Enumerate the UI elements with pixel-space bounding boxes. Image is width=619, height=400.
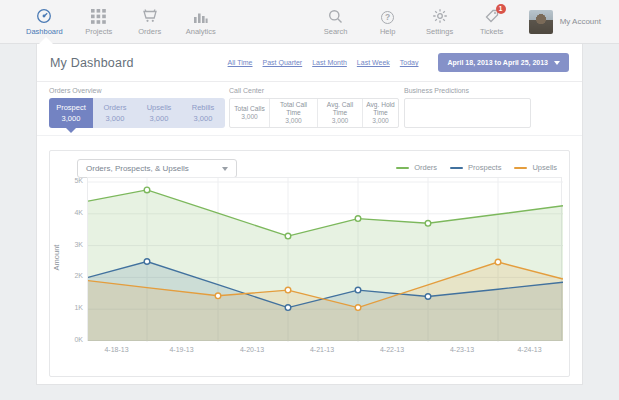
stat-avg-hold-time: Avg. Hold Time 3,000: [363, 99, 398, 127]
legend-label: Upsells: [532, 163, 557, 172]
stat-avg-call-time: Avg. Call Time 3,000: [318, 99, 363, 127]
widgets-row: Orders Overview Prospect 3,000 Orders 3,…: [37, 82, 582, 136]
account-menu[interactable]: My Account: [529, 10, 601, 34]
nav-item-orders[interactable]: Orders: [135, 8, 165, 36]
stat-value: 3,000: [372, 117, 389, 125]
legend-swatch-prospects: [450, 167, 463, 169]
plot-area: [87, 177, 562, 341]
legend-item-upsells: Upsells: [514, 163, 557, 172]
tab-name: Orders: [104, 103, 127, 112]
stat-value: 3,000: [332, 117, 349, 125]
date-filters: All Time Past Quarter Last Month Last We…: [228, 53, 569, 72]
stat-name: Avg. Hold Time: [365, 101, 396, 117]
filter-today[interactable]: Today: [400, 59, 419, 66]
content-panel: My Dashboard All Time Past Quarter Last …: [36, 44, 583, 385]
call-center-stats: Total Calls 3,000 Total Call Time 3,000 …: [229, 98, 399, 128]
filter-last-month[interactable]: Last Month: [312, 59, 347, 66]
chevron-down-icon: [554, 61, 560, 65]
active-tab-arrow: [66, 128, 76, 133]
tab-value: 3,000: [62, 114, 81, 123]
nav-item-label: Help: [380, 27, 395, 36]
page-title: My Dashboard: [50, 56, 134, 70]
nav-right-group: Search ? Help Settings 1: [321, 8, 601, 36]
y-tick-label: 1K: [61, 304, 83, 311]
legend-swatch-upsells: [514, 167, 527, 169]
widget-label: Call Center: [229, 87, 399, 94]
nav-item-label: Dashboard: [26, 27, 63, 36]
chart-legend: Orders Prospects Upsells: [396, 163, 557, 172]
tab-name: Rebills: [192, 103, 215, 112]
tickets-badge: 1: [496, 4, 506, 14]
gauge-icon: [36, 8, 52, 24]
legend-swatch-orders: [396, 167, 409, 169]
stat-name: Avg. Call Time: [320, 101, 360, 117]
active-nav-notch: [39, 37, 53, 44]
x-tick-label: 4-22-13: [367, 346, 417, 353]
nav-left-group: Dashboard Projects Orders: [26, 8, 216, 36]
orders-overview-tabs: Prospect 3,000 Orders 3,000 Upsells 3,00…: [49, 98, 225, 128]
orders-overview-widget: Orders Overview Prospect 3,000 Orders 3,…: [49, 87, 225, 128]
nav-item-dashboard[interactable]: Dashboard: [26, 8, 63, 36]
cart-icon: [142, 8, 158, 24]
nav-item-help[interactable]: ? Help: [373, 8, 403, 36]
tab-orders[interactable]: Orders 3,000: [93, 98, 137, 128]
nav-item-label: Projects: [85, 27, 112, 36]
top-nav: Dashboard Projects Orders: [0, 0, 619, 44]
stat-value: 3,000: [241, 113, 258, 121]
tab-rebills[interactable]: Rebills 3,000: [181, 98, 225, 128]
nav-item-settings[interactable]: Settings: [425, 8, 455, 36]
nav-item-label: Settings: [426, 27, 453, 36]
area-chart: [88, 178, 563, 342]
chart-card: Orders, Prospects, & Upsells Orders Pros…: [49, 150, 570, 377]
filter-last-week[interactable]: Last Week: [357, 59, 390, 66]
nav-item-analytics[interactable]: Analytics: [186, 8, 216, 36]
dashboard-header: My Dashboard All Time Past Quarter Last …: [37, 44, 582, 82]
stat-value: 3,000: [285, 117, 302, 125]
stat-name: Total Calls: [234, 105, 264, 113]
nav-item-label: Search: [324, 27, 348, 36]
legend-item-prospects: Prospects: [450, 163, 501, 172]
business-predictions-widget: Business Predictions: [404, 87, 531, 128]
nav-item-label: Orders: [138, 27, 161, 36]
x-tick-label: 4-18-13: [92, 346, 142, 353]
filter-past-quarter[interactable]: Past Quarter: [263, 59, 303, 66]
date-range-button[interactable]: April 18, 2013 to April 25, 2013: [438, 53, 569, 72]
y-tick-label: 5K: [61, 177, 83, 184]
legend-label: Prospects: [468, 163, 501, 172]
avatar: [529, 10, 553, 34]
account-label: My Account: [560, 17, 601, 26]
y-tick-label: 2K: [61, 272, 83, 279]
x-tick-label: 4-19-13: [157, 346, 207, 353]
help-icon: ?: [381, 8, 394, 24]
grid-icon: [91, 8, 106, 24]
tab-value: 3,000: [194, 114, 213, 123]
nav-item-tickets[interactable]: 1 Tickets: [477, 8, 507, 36]
call-center-widget: Call Center Total Calls 3,000 Total Call…: [229, 87, 399, 128]
nav-item-label: Analytics: [186, 27, 216, 36]
stat-total-call-time: Total Call Time 3,000: [270, 99, 318, 127]
nav-item-projects[interactable]: Projects: [84, 8, 114, 36]
search-icon: [328, 8, 343, 24]
series-select-label: Orders, Prospects, & Upsells: [86, 164, 189, 173]
legend-label: Orders: [414, 163, 437, 172]
tab-prospect[interactable]: Prospect 3,000: [49, 98, 93, 128]
nav-item-search[interactable]: Search: [321, 8, 351, 36]
nav-item-label: Tickets: [480, 27, 503, 36]
y-tick-label: 4K: [61, 209, 83, 216]
series-select-dropdown[interactable]: Orders, Prospects, & Upsells: [77, 159, 237, 178]
business-predictions-box: [404, 98, 531, 128]
tab-name: Upsells: [147, 103, 172, 112]
x-tick-label: 4-23-13: [437, 346, 487, 353]
legend-item-orders: Orders: [396, 163, 437, 172]
tab-value: 3,000: [106, 114, 125, 123]
x-tick-label: 4-20-13: [227, 346, 277, 353]
date-range-label: April 18, 2013 to April 25, 2013: [447, 59, 548, 66]
stat-name: Total Call Time: [272, 101, 315, 117]
tab-upsells[interactable]: Upsells 3,000: [137, 98, 181, 128]
y-axis-title: Amount: [52, 238, 61, 278]
ticket-icon: 1: [484, 8, 500, 24]
tab-name: Prospect: [56, 103, 86, 112]
chevron-down-icon: [222, 167, 228, 171]
filter-all-time[interactable]: All Time: [228, 59, 253, 66]
x-tick-label: 4-21-13: [297, 346, 347, 353]
